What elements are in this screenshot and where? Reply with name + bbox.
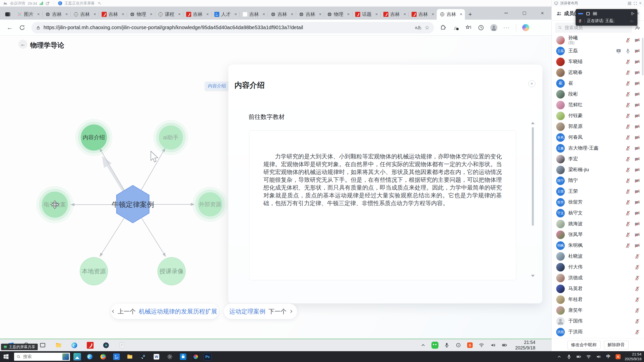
member-row[interactable]: 郭星原 bbox=[552, 121, 644, 132]
tab-close-icon[interactable]: × bbox=[178, 12, 181, 17]
page-back-button[interactable]: ← bbox=[18, 40, 27, 49]
photos-icon[interactable] bbox=[73, 353, 81, 360]
mic-muted-icon[interactable] bbox=[625, 37, 631, 43]
toolbar-minimize-icon[interactable] bbox=[578, 13, 583, 14]
cam-muted-icon[interactable] bbox=[634, 135, 640, 140]
tab-close-icon[interactable]: × bbox=[318, 12, 322, 17]
graph-node-local-resources[interactable]: 本地资源 bbox=[80, 257, 108, 285]
member-row[interactable]: 留芳徐留芳 bbox=[552, 197, 644, 208]
minimize-button[interactable] bbox=[497, 7, 515, 20]
steam-icon[interactable] bbox=[139, 352, 148, 361]
browser-tab[interactable]: 吉林× bbox=[239, 9, 268, 20]
layout-label[interactable]: 演讲者布局 bbox=[560, 1, 578, 6]
member-row[interactable]: 隋宁隋宁 bbox=[552, 175, 644, 186]
sogou-icon[interactable]: S bbox=[615, 354, 621, 360]
grid-icon[interactable] bbox=[628, 2, 631, 5]
mic-muted-icon[interactable] bbox=[634, 319, 640, 324]
mic-on-icon[interactable] bbox=[625, 48, 631, 54]
ime-icon[interactable]: 中 bbox=[605, 354, 611, 360]
tab-close-icon[interactable]: × bbox=[234, 12, 237, 17]
member-row[interactable]: 春凤何春凤 bbox=[552, 132, 644, 143]
more-menu-icon[interactable]: ··· bbox=[503, 25, 510, 30]
browser-tab[interactable]: 物理× bbox=[324, 9, 352, 20]
panel-close-icon[interactable]: × bbox=[528, 80, 535, 87]
mic-muted-icon[interactable] bbox=[625, 189, 631, 194]
member-row[interactable]: 年桂君 bbox=[552, 294, 644, 305]
mic-muted-icon[interactable] bbox=[625, 70, 631, 75]
mic-muted-icon[interactable] bbox=[625, 232, 631, 238]
tab-close-icon[interactable]: × bbox=[431, 12, 435, 17]
screen-share-pill[interactable]: 王磊的屏幕共享 bbox=[1, 344, 38, 350]
cam-muted-icon[interactable] bbox=[634, 102, 640, 108]
volume-icon[interactable] bbox=[595, 354, 601, 360]
store-icon[interactable] bbox=[179, 352, 188, 361]
scroll-up-icon[interactable] bbox=[531, 122, 535, 124]
mic-muted-icon[interactable] bbox=[634, 308, 640, 313]
chrome-icon[interactable] bbox=[99, 352, 108, 361]
bookmark-star-icon[interactable]: ☆ bbox=[425, 25, 429, 31]
mic-muted-icon[interactable] bbox=[625, 135, 631, 140]
member-row[interactable]: 马英君 bbox=[552, 283, 644, 294]
browser-tab[interactable]: 话题× bbox=[352, 9, 380, 20]
member-row[interactable]: 洪雨于洪雨 bbox=[552, 327, 644, 337]
refresh-icon[interactable] bbox=[19, 24, 25, 31]
browser-tab[interactable]: 人才× bbox=[211, 9, 239, 20]
volume-icon[interactable] bbox=[490, 342, 496, 348]
graph-node-ai-assistant[interactable]: ai助手 bbox=[159, 125, 183, 150]
tab-close-icon[interactable]: × bbox=[290, 12, 294, 17]
member-row[interactable]: 崔崔 bbox=[552, 78, 644, 89]
mic-muted-icon[interactable] bbox=[625, 102, 631, 108]
folder-icon[interactable] bbox=[125, 352, 134, 361]
member-row[interactable]: 付大伟 bbox=[552, 262, 644, 273]
queue-icon[interactable] bbox=[97, 1, 102, 6]
extensions-icon[interactable] bbox=[440, 24, 447, 31]
mic-muted-icon[interactable] bbox=[625, 221, 631, 227]
cam-muted-icon[interactable] bbox=[634, 70, 640, 75]
member-row[interactable]: 王荣王荣 bbox=[552, 186, 644, 197]
mic-muted-icon[interactable] bbox=[634, 329, 640, 335]
member-row[interactable]: 车晓锚 bbox=[552, 56, 644, 67]
chevron-up-icon[interactable] bbox=[420, 342, 426, 348]
word-icon[interactable]: W bbox=[152, 352, 161, 361]
mic-muted-icon[interactable] bbox=[634, 254, 640, 259]
member-row[interactable]: 范鲜红 bbox=[552, 100, 644, 110]
maximize-button[interactable] bbox=[515, 7, 533, 20]
mic-muted-icon[interactable] bbox=[625, 92, 631, 97]
back-icon[interactable]: ← bbox=[7, 24, 13, 31]
shared-clock[interactable]: 21:54 2025/9/18 bbox=[515, 340, 535, 351]
next-knowledge-button[interactable]: 运动定理案例 下一个 bbox=[224, 304, 297, 319]
tab-close-icon[interactable]: × bbox=[347, 12, 350, 17]
browser-tab[interactable]: 物理× bbox=[127, 9, 155, 20]
cam-muted-icon[interactable] bbox=[634, 81, 640, 86]
members-scrollbar[interactable] bbox=[642, 38, 643, 75]
scroll-down-icon[interactable] bbox=[531, 275, 535, 277]
tab-close-icon[interactable]: × bbox=[149, 12, 153, 17]
browser-tab[interactable]: 吉林× bbox=[380, 9, 409, 20]
chaoxing-icon[interactable] bbox=[86, 341, 94, 349]
tray-app-icon[interactable] bbox=[455, 342, 462, 348]
battery-icon[interactable] bbox=[576, 354, 582, 360]
settings-icon[interactable] bbox=[165, 352, 174, 361]
tab-close-icon[interactable]: × bbox=[262, 12, 266, 17]
tab-actions-button[interactable] bbox=[4, 11, 12, 18]
member-row[interactable]: 明枫朱明枫 bbox=[552, 240, 644, 251]
profile-avatar[interactable] bbox=[490, 24, 497, 31]
graph-node-content-intro[interactable]: 内容介绍 bbox=[81, 124, 107, 151]
cam-muted-icon[interactable] bbox=[634, 92, 640, 97]
mic-muted-icon[interactable] bbox=[634, 286, 640, 292]
cam-muted-icon[interactable] bbox=[634, 48, 640, 54]
tab-close-icon[interactable]: × bbox=[375, 12, 378, 17]
browser-tab[interactable]: 图片× bbox=[14, 9, 42, 20]
favorites-icon[interactable] bbox=[465, 24, 472, 31]
cam-muted-icon[interactable] bbox=[634, 178, 640, 184]
mic-muted-icon[interactable] bbox=[625, 124, 631, 129]
cam-muted-icon[interactable] bbox=[634, 146, 640, 151]
media-player-icon[interactable] bbox=[102, 341, 110, 349]
wifi-icon[interactable] bbox=[478, 342, 485, 348]
expand-icon[interactable] bbox=[633, 2, 637, 5]
member-row[interactable]: 唐笑年 bbox=[552, 305, 644, 316]
mic-muted-icon[interactable] bbox=[625, 59, 631, 65]
copilot-icon[interactable] bbox=[522, 24, 529, 31]
popout-icon[interactable] bbox=[46, 1, 50, 6]
search-highlight-image[interactable] bbox=[62, 353, 69, 360]
